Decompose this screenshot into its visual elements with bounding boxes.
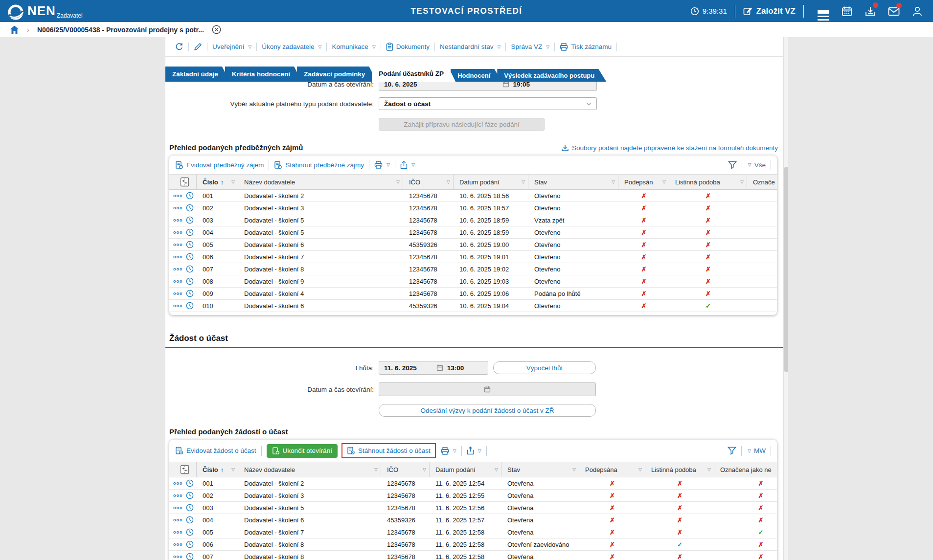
row-actions-icon[interactable]: ooo <box>173 477 183 490</box>
column-filter-icon[interactable]: ▽ <box>229 467 235 472</box>
table-row[interactable]: ooo002Dodavatel - školení 31234567810. 6… <box>169 202 777 214</box>
row-history-icon[interactable] <box>186 241 194 248</box>
tab-5[interactable]: Hodnocení <box>451 69 502 82</box>
column-filter-icon[interactable]: ▽ <box>610 179 615 184</box>
print-record-button[interactable]: Tisk záznamu <box>555 43 616 51</box>
filter-funnel-icon[interactable] <box>728 161 737 169</box>
row-history-icon[interactable] <box>186 277 194 285</box>
view-selector[interactable]: MW <box>754 447 766 454</box>
table-row[interactable]: ooo001Dodavatel - školení 21234567810. 6… <box>169 190 777 202</box>
column-filter-icon[interactable]: ▽ <box>520 179 525 184</box>
create-vz-button[interactable]: Založit VZ <box>743 6 796 16</box>
table-row[interactable]: ooo004Dodavatel - školení 51234567810. 6… <box>169 226 777 239</box>
menu-sprava-vz[interactable]: Správa VZ▽ <box>506 43 554 50</box>
row-history-icon[interactable] <box>186 516 194 524</box>
close-tab-icon[interactable] <box>212 25 221 34</box>
filter-funnel-icon[interactable] <box>728 447 736 455</box>
row-actions-icon[interactable]: ooo <box>173 502 183 514</box>
table-row[interactable]: ooo003Dodavatel - školení 51234567811. 6… <box>169 502 777 514</box>
print-table-button[interactable]: ▽ <box>441 447 456 455</box>
menu-nestandardni-stav[interactable]: Nestandardní stav▽ <box>435 43 505 50</box>
column-settings-icon[interactable] <box>180 465 189 474</box>
column-header[interactable]: Název dodavatele▽ <box>238 462 381 477</box>
column-filter-icon[interactable]: ▽ <box>705 467 711 472</box>
row-history-icon[interactable] <box>186 553 194 560</box>
row-history-icon[interactable] <box>186 302 194 310</box>
row-actions-icon[interactable]: ooo <box>173 251 183 263</box>
row-actions-icon[interactable]: ooo <box>173 214 183 226</box>
row-actions-icon[interactable]: ooo <box>173 275 183 288</box>
column-header[interactable]: IČO▽ <box>381 462 430 477</box>
sort-asc-icon[interactable]: ↑ <box>221 466 224 473</box>
column-header[interactable]: Označena jako ne▽ <box>714 462 777 477</box>
download-prelim-interest-button[interactable]: Stáhnout předběžné zájmy <box>274 161 364 169</box>
menu-dokumenty[interactable]: Dokumenty <box>381 43 434 51</box>
row-history-icon[interactable] <box>186 492 194 499</box>
calc-deadlines-button[interactable]: Výpočet lhůt <box>493 361 596 374</box>
sort-asc-icon[interactable]: ↑ <box>221 179 224 186</box>
column-header[interactable]: Datum podání▽ <box>430 462 501 477</box>
table-row[interactable]: ooo006Dodavatel - školení 81234567811. 6… <box>169 538 777 551</box>
table-row[interactable]: ooo007Dodavatel - školení 81234567811. 6… <box>169 551 777 560</box>
column-settings-icon[interactable] <box>180 177 189 187</box>
user-profile-icon[interactable] <box>906 6 929 17</box>
table-row[interactable]: ooo005Dodavatel - školení 71234567811. 6… <box>169 526 777 538</box>
tab-6[interactable]: Výsledek zadávacího postupu <box>497 69 606 82</box>
menu-ukony-zadavatele[interactable]: Úkony zadavatele▽ <box>257 43 326 50</box>
scrollbar-thumb[interactable] <box>784 167 788 372</box>
tab-3[interactable]: Zadávací podmínky <box>297 67 377 82</box>
home-icon[interactable] <box>10 25 19 34</box>
column-header[interactable]: Datum podání▽ <box>454 175 528 189</box>
edit-record-button[interactable] <box>189 43 207 51</box>
table-row[interactable]: ooo006Dodavatel - školení 71234567810. 6… <box>169 251 777 263</box>
opening-datetime-input[interactable]: 10. 6. 2025 19:05 <box>379 82 597 91</box>
table-row[interactable]: ooo003Dodavatel - školení 51234567810. 6… <box>169 214 777 226</box>
row-history-icon[interactable] <box>186 216 194 224</box>
column-filter-icon[interactable]: ▽ <box>738 179 744 184</box>
nen-logo[interactable]: NEN Zadavatel <box>0 1 83 21</box>
row-actions-icon[interactable]: ooo <box>173 514 183 526</box>
row-history-icon[interactable] <box>186 265 194 273</box>
submission-files-link[interactable]: Soubory podání najdete připravené ke sta… <box>561 144 778 152</box>
download-requests-button[interactable]: Stáhnout žádosti o účast <box>347 447 431 455</box>
column-filter-icon[interactable]: ▽ <box>660 179 666 184</box>
column-header[interactable]: Listinná podoba▽ <box>645 462 714 477</box>
start-next-phase-button[interactable]: Zahájit přípravu následující fáze podání <box>379 118 545 131</box>
row-history-icon[interactable] <box>186 479 194 487</box>
print-table-button[interactable]: ▽ <box>374 161 390 169</box>
menu-komunikace[interactable]: Komunikace▽ <box>327 43 380 50</box>
export-table-button[interactable]: ▽ <box>400 161 415 169</box>
column-filter-icon[interactable]: ▽ <box>372 467 378 472</box>
breadcrumb-item[interactable]: N006/25/V00005438 - Provozování prodejny… <box>37 26 204 34</box>
row-actions-icon[interactable]: ooo <box>173 190 183 202</box>
column-filter-icon[interactable]: ▽ <box>493 467 498 472</box>
column-header[interactable]: Označe▽ <box>747 175 777 189</box>
row-history-icon[interactable] <box>186 504 194 512</box>
column-header[interactable]: Číslo↑▽ <box>197 175 238 189</box>
table-row[interactable]: ooo007Dodavatel - školení 81234567810. 6… <box>169 263 777 275</box>
row-history-icon[interactable] <box>186 204 194 212</box>
row-history-icon[interactable] <box>186 192 194 200</box>
row-history-icon[interactable] <box>186 540 194 548</box>
table-row[interactable]: ooo010Dodavatel - školení 64535932610. 6… <box>169 300 777 312</box>
vertical-scrollbar[interactable] <box>783 37 788 560</box>
table-row[interactable]: ooo004Dodavatel - školení 64535932611. 6… <box>169 514 777 526</box>
tab-1[interactable]: Základní údaje <box>165 67 230 82</box>
table-row[interactable]: ooo001Dodavatel - školení 21234567811. 6… <box>169 477 777 490</box>
column-header[interactable]: Název dodavatele▽ <box>238 175 403 189</box>
column-header[interactable]: IČO▽ <box>403 175 454 189</box>
downloads-tray-icon[interactable] <box>859 6 882 17</box>
column-filter-icon[interactable]: ▽ <box>229 179 235 184</box>
row-history-icon[interactable] <box>186 253 194 261</box>
deadline-input[interactable]: 11. 6. 2025 13:00 <box>379 361 488 375</box>
row-actions-icon[interactable]: ooo <box>173 239 183 251</box>
send-invitation-button[interactable]: Odeslání výzvy k podání žádosti o účast … <box>379 404 596 417</box>
column-filter-icon[interactable]: ▽ <box>445 179 450 184</box>
column-header[interactable]: Podepsána▽ <box>579 462 645 477</box>
view-dropdown-arrow-icon[interactable]: ▽ <box>748 448 751 453</box>
column-header[interactable]: Stav▽ <box>501 462 579 477</box>
column-header[interactable]: Číslo↑▽ <box>197 462 238 477</box>
row-history-icon[interactable] <box>186 528 194 536</box>
row-actions-icon[interactable]: ooo <box>173 202 183 214</box>
table-row[interactable]: ooo002Dodavatel - školení 31234567811. 6… <box>169 490 777 502</box>
